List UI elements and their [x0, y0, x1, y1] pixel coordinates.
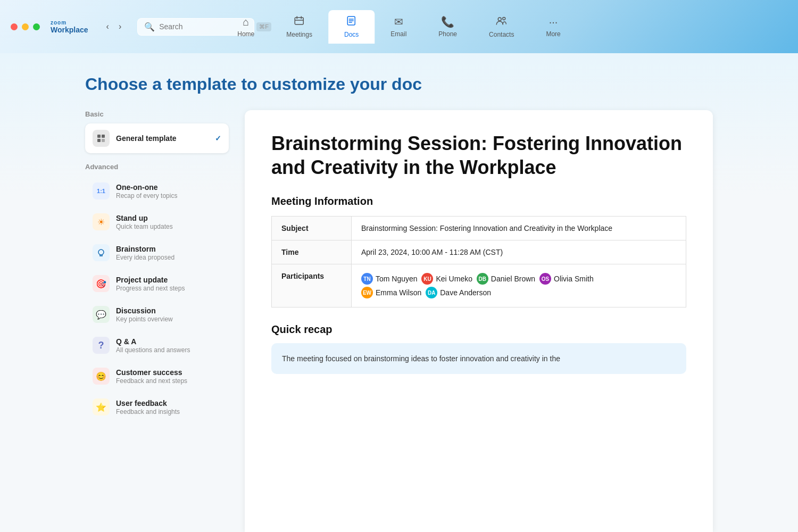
template-item-standup[interactable]: ☀ Stand up Quick team updates — [85, 207, 229, 237]
participants-value: TN Tom Nguyen KU Kei Umeko DB Daniel Bro… — [352, 264, 686, 307]
brainstorm-icon — [93, 244, 110, 261]
avatar-dave-anderson: DA — [426, 287, 437, 298]
one-on-one-icon: 1:1 — [93, 182, 110, 200]
table-row-participants: Participants TN Tom Nguyen KU Kei Umeko … — [272, 264, 686, 307]
standup-text: Stand up Quick team updates — [116, 214, 221, 230]
more-icon: ··· — [549, 16, 558, 28]
tab-email[interactable]: ✉ Email — [375, 10, 422, 43]
docs-icon — [346, 15, 357, 29]
window-controls — [11, 23, 40, 30]
brainstorm-name: Brainstorm — [116, 245, 221, 253]
home-icon: ⌂ — [243, 16, 249, 28]
template-item-project-update[interactable]: 🎯 Project update Progress and next steps — [85, 269, 229, 298]
customer-success-desc: Feedback and next steps — [116, 377, 221, 385]
sidebar: Basic General template ✓ Advanced 1:1 On… — [85, 110, 239, 532]
tab-meetings-label: Meetings — [286, 31, 312, 38]
content-area: Basic General template ✓ Advanced 1:1 On… — [0, 110, 798, 532]
customer-success-icon: 😊 — [93, 368, 110, 385]
back-button[interactable]: ‹ — [103, 20, 112, 34]
minimize-button[interactable] — [22, 23, 29, 30]
tab-more[interactable]: ··· More — [530, 11, 576, 43]
template-item-user-feedback[interactable]: ⭐ User feedback Feedback and insights — [85, 392, 229, 422]
tab-contacts-label: Contacts — [489, 31, 514, 38]
template-item-discussion[interactable]: 💬 Discussion Key points overview — [85, 300, 229, 329]
meeting-info-table: Subject Brainstorming Session: Fostering… — [271, 216, 686, 307]
basic-section-label: Basic — [85, 110, 229, 118]
standup-name: Stand up — [116, 214, 221, 222]
avatar-kei-umeko: KU — [421, 273, 433, 285]
main-content: Choose a template to customize your doc … — [0, 53, 798, 532]
table-row-subject: Subject Brainstorming Session: Fostering… — [272, 217, 686, 240]
subject-value: Brainstorming Session: Fostering Innovat… — [352, 217, 686, 240]
tab-home[interactable]: ⌂ Home — [221, 11, 270, 43]
participant-1: TN Tom Nguyen — [361, 273, 418, 285]
avatar-daniel-brown: DB — [477, 273, 488, 285]
participant-4: OS Olivia Smith — [539, 273, 594, 285]
qa-desc: All questions and answers — [116, 346, 221, 354]
one-on-one-desc: Recap of every topics — [116, 192, 221, 200]
discussion-desc: Key points overview — [116, 315, 221, 323]
participants-label: Participants — [272, 264, 352, 307]
nav-tabs: ⌂ Home Meetings Docs ✉ Email 📞 Phone — [221, 10, 576, 44]
titlebar: zoom Workplace ‹ › 🔍 ⌘F ⌂ Home Meetings — [0, 0, 798, 53]
participant-name-6: Dave Anderson — [440, 288, 491, 297]
participant-name-2: Kei Umeko — [436, 275, 472, 283]
user-feedback-name: User feedback — [116, 399, 221, 408]
phone-icon: 📞 — [441, 15, 454, 28]
tab-docs-label: Docs — [344, 31, 359, 38]
svg-point-9 — [503, 17, 505, 20]
svg-rect-12 — [97, 139, 101, 142]
participant-name-5: Emma Wilson — [376, 288, 421, 297]
avatar-emma-wilson: EW — [361, 287, 373, 298]
qa-text: Q & A All questions and answers — [116, 337, 221, 354]
general-template-name: General template — [116, 134, 209, 143]
tab-home-label: Home — [237, 30, 254, 38]
meetings-icon — [294, 15, 305, 29]
template-item-customer-success[interactable]: 😊 Customer success Feedback and next ste… — [85, 361, 229, 391]
svg-rect-0 — [295, 18, 304, 24]
template-item-brainstorm[interactable]: Brainstorm Every idea proposed — [85, 238, 229, 268]
discussion-name: Discussion — [116, 306, 221, 315]
project-update-desc: Progress and next steps — [116, 285, 221, 292]
svg-rect-13 — [102, 139, 105, 142]
project-update-name: Project update — [116, 276, 221, 284]
quick-recap-box: The meeting focused on brainstorming ide… — [271, 343, 686, 374]
advanced-section-label: Advanced — [85, 163, 229, 171]
quick-recap-heading: Quick recap — [271, 323, 686, 336]
project-update-icon: 🎯 — [93, 275, 110, 292]
subject-label: Subject — [272, 217, 352, 240]
general-template-icon — [93, 130, 110, 147]
participant-2: KU Kei Umeko — [421, 273, 472, 285]
close-button[interactable] — [11, 23, 18, 30]
zoom-text: zoom — [51, 20, 88, 26]
forward-button[interactable]: › — [115, 20, 124, 34]
tab-docs[interactable]: Docs — [328, 10, 375, 44]
zoom-logo: zoom Workplace — [51, 20, 88, 34]
maximize-button[interactable] — [33, 23, 40, 30]
template-item-qa[interactable]: ? Q & A All questions and answers — [85, 330, 229, 360]
contacts-icon — [496, 15, 508, 29]
discussion-text: Discussion Key points overview — [116, 306, 221, 323]
doc-title: Brainstorming Session: Fostering Innovat… — [271, 131, 686, 179]
tab-phone[interactable]: 📞 Phone — [422, 10, 473, 43]
participant-6: DA Dave Anderson — [426, 287, 491, 298]
preview-panel: Brainstorming Session: Fostering Innovat… — [245, 110, 713, 532]
avatar-tom-nguyen: TN — [361, 273, 373, 285]
svg-point-14 — [98, 250, 104, 255]
workplace-text: Workplace — [51, 26, 88, 34]
tab-phone-label: Phone — [438, 30, 457, 38]
template-item-one-on-one[interactable]: 1:1 One-on-one Recap of every topics — [85, 176, 229, 206]
customer-success-text: Customer success Feedback and next steps — [116, 368, 221, 385]
participant-name-3: Daniel Brown — [491, 275, 535, 283]
qa-name: Q & A — [116, 337, 221, 346]
quick-recap-text: The meeting focused on brainstorming ide… — [282, 354, 560, 363]
standup-icon: ☀ — [93, 213, 110, 230]
tab-meetings[interactable]: Meetings — [270, 10, 328, 44]
one-on-one-name: One-on-one — [116, 183, 221, 192]
qa-icon: ? — [93, 337, 110, 354]
user-feedback-text: User feedback Feedback and insights — [116, 399, 221, 415]
tab-contacts[interactable]: Contacts — [473, 10, 530, 44]
page-title: Choose a template to customize your doc — [85, 74, 713, 94]
template-item-general[interactable]: General template ✓ — [85, 123, 229, 153]
participant-5: EW Emma Wilson — [361, 287, 421, 298]
